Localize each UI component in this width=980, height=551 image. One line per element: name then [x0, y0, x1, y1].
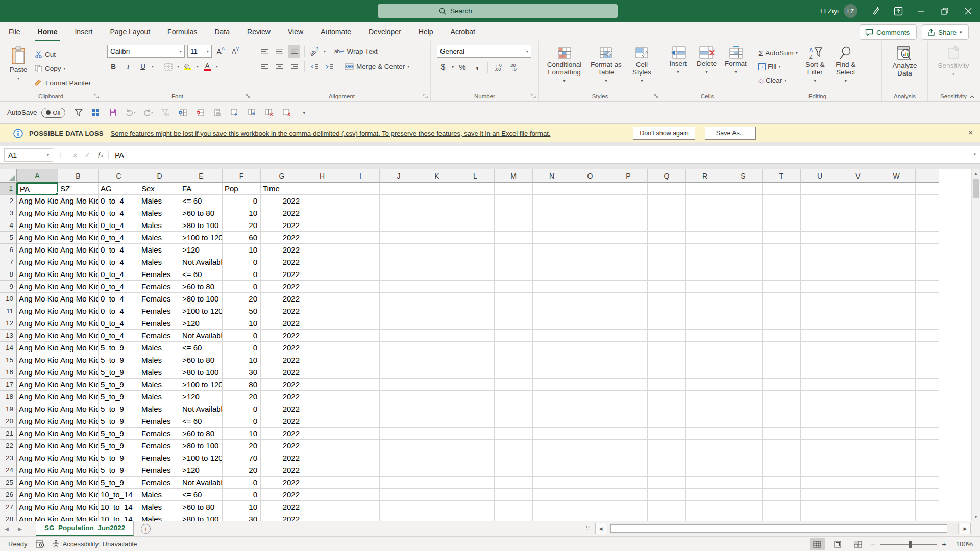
cell[interactable]: [571, 440, 609, 452]
cell[interactable]: [533, 268, 571, 281]
cell[interactable]: [763, 305, 801, 317]
tab-data[interactable]: Data: [206, 22, 238, 41]
cell[interactable]: [877, 183, 916, 195]
cell[interactable]: [303, 207, 341, 219]
cell[interactable]: 20: [223, 464, 261, 477]
cell[interactable]: <= 60: [180, 415, 223, 428]
cell[interactable]: [380, 342, 418, 354]
cell[interactable]: [456, 464, 495, 477]
cell[interactable]: 50: [223, 305, 261, 317]
cell[interactable]: [686, 477, 724, 489]
cell[interactable]: [839, 354, 877, 366]
cell[interactable]: 2022: [261, 428, 303, 440]
cell[interactable]: [916, 232, 939, 244]
fill-dropdown-icon[interactable]: ▾: [778, 64, 780, 69]
cell[interactable]: [303, 195, 341, 207]
cell[interactable]: Ang Mo Kio: [58, 379, 99, 391]
fill-color-button[interactable]: [182, 61, 194, 73]
cell[interactable]: [571, 391, 609, 403]
ribbon-display-options-icon[interactable]: [887, 0, 910, 22]
clear-dropdown-icon[interactable]: ▾: [784, 78, 786, 83]
cell[interactable]: [648, 219, 686, 232]
cell[interactable]: [801, 232, 839, 244]
cell[interactable]: [763, 207, 801, 219]
cell[interactable]: Pop: [223, 183, 261, 195]
alignment-dialog-launcher-icon[interactable]: [423, 94, 428, 98]
cell[interactable]: 0_to_4: [99, 256, 139, 268]
cell[interactable]: [877, 403, 916, 415]
cell[interactable]: [686, 183, 724, 195]
cell[interactable]: [763, 219, 801, 232]
scroll-down-icon[interactable]: ▼: [972, 513, 980, 521]
cell[interactable]: 10: [223, 354, 261, 366]
cell[interactable]: [533, 219, 571, 232]
cell[interactable]: [341, 183, 380, 195]
cell[interactable]: Ang Mo Kio: [58, 403, 99, 415]
cell[interactable]: [341, 501, 380, 513]
cell[interactable]: >120: [180, 391, 223, 403]
cell[interactable]: [456, 391, 495, 403]
cell[interactable]: [341, 452, 380, 464]
cell[interactable]: [380, 379, 418, 391]
cell[interactable]: [341, 428, 380, 440]
cell[interactable]: [533, 281, 571, 293]
cell[interactable]: [801, 305, 839, 317]
cell[interactable]: [877, 293, 916, 305]
cell[interactable]: [916, 464, 939, 477]
cell[interactable]: [456, 317, 495, 330]
cell[interactable]: [533, 428, 571, 440]
column-header-E[interactable]: E: [180, 169, 223, 183]
inking-icon[interactable]: [865, 0, 887, 22]
cell[interactable]: 0_to_4: [99, 232, 139, 244]
cell[interactable]: [801, 415, 839, 428]
cell[interactable]: [341, 464, 380, 477]
cell[interactable]: [609, 501, 648, 513]
cell[interactable]: [495, 379, 533, 391]
cell[interactable]: [686, 366, 724, 379]
cell[interactable]: [609, 489, 648, 501]
paste-button[interactable]: Paste ▾: [5, 45, 32, 101]
cell[interactable]: [533, 391, 571, 403]
cell[interactable]: [609, 513, 648, 521]
cell[interactable]: [877, 513, 916, 521]
cell[interactable]: [418, 452, 456, 464]
cell[interactable]: [341, 281, 380, 293]
cell[interactable]: [839, 293, 877, 305]
cell[interactable]: [495, 354, 533, 366]
cell[interactable]: [724, 428, 763, 440]
cell[interactable]: [801, 391, 839, 403]
cell[interactable]: [648, 305, 686, 317]
cell[interactable]: [380, 452, 418, 464]
cell[interactable]: [609, 293, 648, 305]
row-header-8[interactable]: 8: [0, 268, 17, 281]
cell[interactable]: 0_to_4: [99, 219, 139, 232]
bold-button[interactable]: B: [107, 61, 119, 73]
cell[interactable]: [763, 244, 801, 256]
cell[interactable]: [495, 366, 533, 379]
cell[interactable]: [839, 207, 877, 219]
cell[interactable]: [533, 440, 571, 452]
cell[interactable]: [418, 342, 456, 354]
cell[interactable]: [916, 195, 939, 207]
cell[interactable]: [495, 464, 533, 477]
cell[interactable]: Ang Mo Kio: [58, 477, 99, 489]
cell[interactable]: [648, 342, 686, 354]
cell[interactable]: [495, 281, 533, 293]
accessibility-status[interactable]: Accessibility: Unavailable: [53, 540, 137, 548]
cell[interactable]: [648, 501, 686, 513]
cell[interactable]: Ang Mo Kio: [17, 219, 58, 232]
cell[interactable]: 0_to_4: [99, 207, 139, 219]
cell[interactable]: [648, 379, 686, 391]
cell[interactable]: 10_to_14: [99, 501, 139, 513]
tab-acrobat[interactable]: Acrobat: [442, 22, 484, 41]
cell[interactable]: [571, 219, 609, 232]
cell[interactable]: [877, 391, 916, 403]
cell[interactable]: [916, 281, 939, 293]
cell[interactable]: 2022: [261, 452, 303, 464]
cell[interactable]: [686, 207, 724, 219]
row-header-19[interactable]: 19: [0, 403, 17, 415]
cell[interactable]: [724, 305, 763, 317]
cell[interactable]: 2022: [261, 232, 303, 244]
cell[interactable]: [571, 317, 609, 330]
cell[interactable]: [341, 305, 380, 317]
